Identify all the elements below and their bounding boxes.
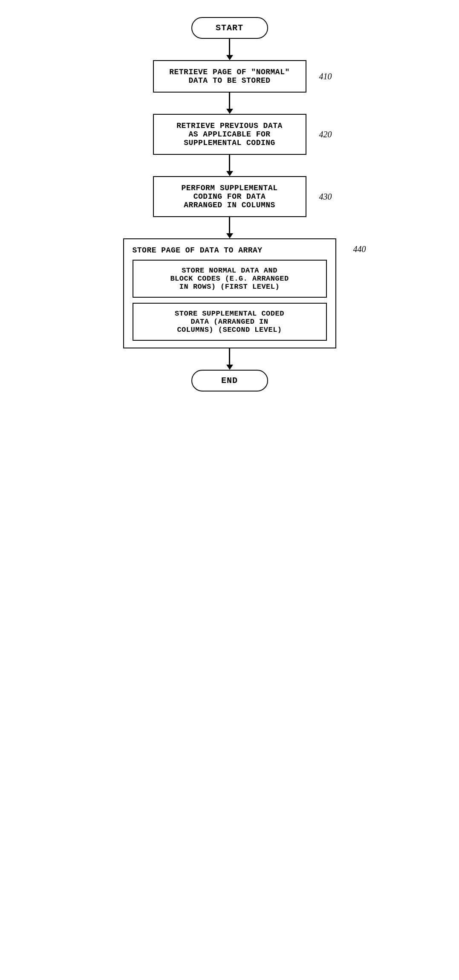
step-410: RETRIEVE PAGE OF "NORMAL"DATA TO BE STOR… [153,60,306,93]
step-410-label: 410 [319,72,332,81]
flowchart: START RETRIEVE PAGE OF "NORMAL"DATA TO B… [102,17,358,391]
step-430: PERFORM SUPPLEMENTALCODING FOR DATAARRAN… [153,176,306,217]
step-440a: STORE NORMAL DATA ANDBLOCK CODES (E.G. A… [133,260,327,298]
step-430-label: 430 [319,192,332,202]
arrow-2 [226,93,233,114]
step-440: STORE PAGE OF DATA TO ARRAY STORE NORMAL… [123,238,336,348]
step-440b: STORE SUPPLEMENTAL CODEDDATA (ARRANGED I… [133,303,327,341]
arrow-5 [226,348,233,370]
step-420-label: 420 [319,130,332,139]
step-420: RETRIEVE PREVIOUS DATAAS APPLICABLE FORS… [153,114,306,155]
end-terminal: END [191,370,268,391]
arrow-4 [226,217,233,238]
start-terminal: START [191,17,268,39]
arrow-3 [226,155,233,176]
step-440-outer-label: STORE PAGE OF DATA TO ARRAY [133,246,327,255]
step-440-label: 440 [353,244,366,254]
arrow-1 [226,39,233,60]
